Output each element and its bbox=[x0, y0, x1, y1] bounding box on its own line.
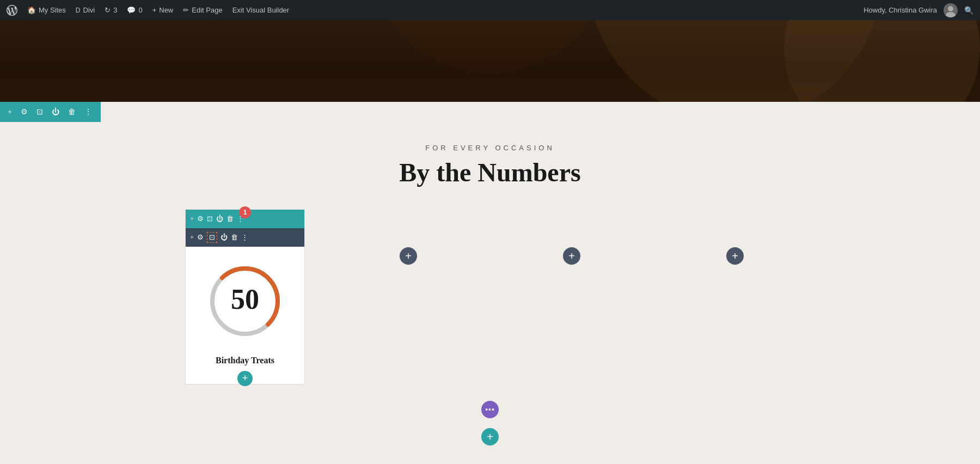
numbers-grid: + ⚙ ⊡ ⏻ 🗑 ⋮ 1 + ⚙ ⊡ ⏻ 🗑 ⋮ bbox=[163, 209, 817, 384]
bottom-btns: ••• + bbox=[11, 395, 969, 445]
section-more-icon[interactable]: ⋮ bbox=[82, 106, 94, 118]
add-button-cell2[interactable]: + bbox=[400, 247, 417, 265]
hero-image bbox=[0, 20, 980, 102]
module-inner-power-icon[interactable]: ⏻ bbox=[220, 233, 228, 242]
circle-chart-area: 50 bbox=[186, 247, 304, 350]
module-inner-delete-icon[interactable]: 🗑 bbox=[231, 233, 238, 242]
card-bottom-add-area: + bbox=[186, 368, 304, 378]
module-outer-toolbar: + ⚙ ⊡ ⏻ 🗑 ⋮ 1 bbox=[186, 210, 304, 228]
module-outer-add-icon[interactable]: + bbox=[190, 215, 194, 223]
comments-menu[interactable]: 💬 0 bbox=[127, 6, 142, 14]
main-content: FOR EVERY OCCASION By the Numbers + ⚙ ⊡ … bbox=[0, 122, 980, 464]
section-subheading: FOR EVERY OCCASION bbox=[11, 144, 969, 152]
my-sites-menu[interactable]: 🏠 My Sites bbox=[27, 6, 66, 14]
admin-bar: 🏠 My Sites D Divi ↻ 3 💬 0 + New ✏ Edit P… bbox=[0, 0, 980, 20]
home-icon: 🏠 bbox=[27, 6, 36, 14]
section-title: By the Numbers bbox=[11, 158, 969, 187]
updates-icon: ↻ bbox=[105, 6, 111, 14]
updates-menu[interactable]: ↻ 3 bbox=[105, 6, 117, 14]
module-inner-more-icon[interactable]: ⋮ bbox=[241, 233, 248, 242]
new-menu[interactable]: + New bbox=[152, 6, 174, 14]
number-cell-2: + bbox=[327, 242, 490, 265]
module-inner-settings-icon[interactable]: ⚙ bbox=[197, 233, 204, 242]
number-cell-3: + bbox=[490, 242, 653, 265]
number-cell-4: + bbox=[653, 242, 817, 265]
module-inner-toolbar: + ⚙ ⊡ ⏻ 🗑 ⋮ bbox=[186, 228, 304, 247]
edit-icon: ✏ bbox=[183, 6, 189, 14]
wp-logo[interactable] bbox=[7, 5, 17, 16]
module-card: + ⚙ ⊡ ⏻ 🗑 ⋮ 1 + ⚙ ⊡ ⏻ 🗑 ⋮ bbox=[185, 209, 305, 384]
module-outer-delete-icon[interactable]: 🗑 bbox=[226, 215, 234, 223]
admin-bar-right: Howdy, Christina Gwira 🔍 bbox=[863, 3, 973, 17]
module-inner-move-icon[interactable]: + bbox=[190, 233, 194, 242]
number-cell-1: + ⚙ ⊡ ⏻ 🗑 ⋮ 1 + ⚙ ⊡ ⏻ 🗑 ⋮ bbox=[163, 209, 327, 384]
module-outer-settings-icon[interactable]: ⚙ bbox=[197, 215, 204, 223]
section-toolbar: + ⚙ ⊡ ⏻ 🗑 ⋮ bbox=[0, 102, 101, 122]
svg-point-0 bbox=[948, 6, 953, 11]
add-button-cell3[interactable]: + bbox=[563, 247, 580, 265]
module-outer-power-icon[interactable]: ⏻ bbox=[216, 215, 223, 223]
section-settings-icon[interactable]: ⚙ bbox=[19, 106, 30, 118]
user-greeting: Howdy, Christina Gwira bbox=[863, 6, 937, 14]
section-heading: FOR EVERY OCCASION By the Numbers bbox=[11, 144, 969, 187]
section-delete-icon[interactable]: 🗑 bbox=[66, 107, 78, 118]
section-add-icon[interactable]: + bbox=[5, 107, 14, 118]
section-power-icon[interactable]: ⏻ bbox=[50, 107, 62, 118]
module-inner-clone-icon[interactable]: ⊡ bbox=[209, 233, 215, 242]
divi-icon: D bbox=[76, 7, 81, 14]
add-button-cell4[interactable]: + bbox=[726, 247, 744, 265]
comments-icon: 💬 bbox=[127, 6, 136, 14]
section-clone-icon[interactable]: ⊡ bbox=[34, 106, 45, 118]
edit-page-menu[interactable]: ✏ Edit Page bbox=[183, 6, 222, 14]
circle-number-text: 50 bbox=[231, 284, 259, 315]
plus-icon: + bbox=[152, 6, 157, 14]
search-icon[interactable]: 🔍 bbox=[964, 6, 973, 15]
purple-dots-button[interactable]: ••• bbox=[481, 401, 499, 418]
dashed-clone-box[interactable]: ⊡ bbox=[207, 232, 217, 243]
module-outer-clone-icon[interactable]: ⊡ bbox=[207, 215, 213, 223]
teal-add-button-bottom[interactable]: + bbox=[481, 428, 499, 445]
card-bottom-add-button[interactable]: + bbox=[237, 371, 253, 386]
notification-badge: 1 bbox=[239, 206, 251, 218]
svg-point-1 bbox=[946, 12, 955, 17]
divi-menu[interactable]: D Divi bbox=[76, 6, 95, 14]
user-avatar bbox=[944, 3, 958, 17]
module-label: Birthday Treats bbox=[186, 350, 304, 368]
circle-chart-svg: 50 bbox=[201, 258, 289, 345]
exit-builder-menu[interactable]: Exit Visual Builder bbox=[232, 6, 290, 14]
